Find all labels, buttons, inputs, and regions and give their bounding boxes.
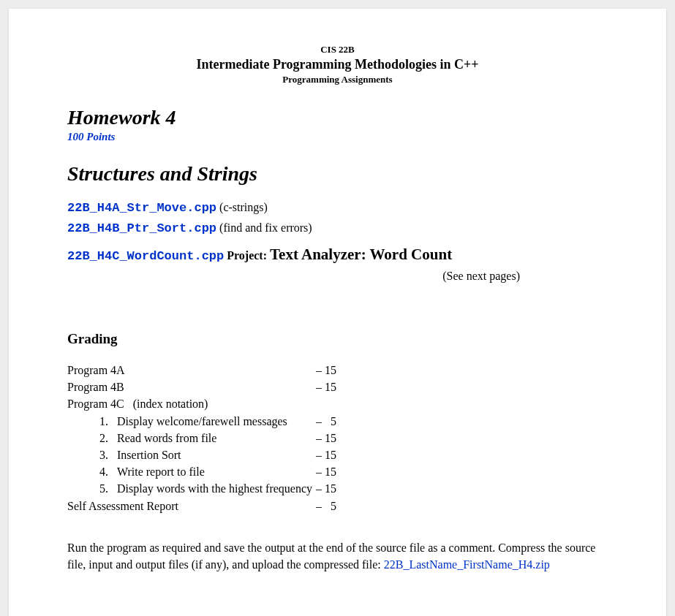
course-title: Intermediate Programming Methodologies i… <box>67 57 608 72</box>
grade-label: Program 4A <box>67 362 316 379</box>
homework-title: Homework 4 <box>67 106 608 129</box>
item-score: – 5 <box>316 413 336 430</box>
item-text: Insertion Sort <box>117 446 316 463</box>
grade-label: Program 4B <box>67 379 316 395</box>
instructions: Run the program as required and save the… <box>67 539 608 573</box>
item-number: 2. <box>88 430 108 446</box>
file-list: 22B_H4A_Str_Move.cpp (c-strings) 22B_H4B… <box>67 199 608 284</box>
file-note: (find and fix errors) <box>216 221 312 234</box>
item-text: Write report to file <box>117 463 316 480</box>
item-number: 5. <box>88 480 108 497</box>
grade-row: Self Assessment Report – 5 <box>67 498 608 514</box>
item-number: 4. <box>88 463 108 480</box>
document-header: CIS 22B Intermediate Programming Methodo… <box>67 44 608 85</box>
project-label: Project: <box>224 249 270 262</box>
file-code: 22B_H4B_Ptr_Sort.cpp <box>67 221 216 235</box>
see-next: (See next pages) <box>67 267 608 284</box>
project-line: 22B_H4C_WordCount.cpp Project: Text Anal… <box>67 243 608 266</box>
file-note: (c-strings) <box>216 201 268 213</box>
program-4c-label: Program 4C <box>67 398 124 410</box>
file-row: 22B_H4B_Ptr_Sort.cpp (find and fix error… <box>67 219 608 238</box>
grading-subitems: 1. Display welcome/farewell messages – 5… <box>67 413 608 498</box>
grade-score: – 15 <box>316 379 336 395</box>
grading-subitem: 3. Insertion Sort – 15 <box>88 446 608 463</box>
grading-heading: Grading <box>67 331 608 347</box>
document-page: CIS 22B Intermediate Programming Methodo… <box>9 9 666 616</box>
item-text: Read words from file <box>117 430 316 446</box>
course-subtitle: Programming Assignments <box>67 74 608 85</box>
file-row: 22B_H4A_Str_Move.cpp (c-strings) <box>67 199 608 218</box>
item-score: – 15 <box>316 480 336 497</box>
topic-title: Structures and Strings <box>67 162 608 186</box>
grade-row: Program 4C (index notation) <box>67 395 608 412</box>
grading-subitem: 5. Display words with the highest freque… <box>88 480 608 497</box>
file-code: 22B_H4A_Str_Move.cpp <box>67 201 216 215</box>
project-code: 22B_H4C_WordCount.cpp <box>67 249 224 263</box>
item-score: – 15 <box>316 430 336 446</box>
grading-subitem: 4. Write report to file – 15 <box>88 463 608 480</box>
grade-row: Program 4B – 15 <box>67 379 608 395</box>
grading-subitem: 1. Display welcome/farewell messages – 5 <box>88 413 608 430</box>
project-name: Text Analyzer: Word Count <box>270 246 452 263</box>
program-4c-note: (index notation) <box>133 398 208 410</box>
grade-label: Self Assessment Report <box>67 498 316 514</box>
grading-table: Program 4A – 15 Program 4B – 15 Program … <box>67 362 608 514</box>
item-score: – 15 <box>316 463 336 480</box>
grading-subitem: 2. Read words from file – 15 <box>88 430 608 446</box>
grade-label: Program 4C (index notation) <box>67 395 316 412</box>
grade-row: Program 4A – 15 <box>67 362 608 379</box>
item-number: 3. <box>88 446 108 463</box>
course-code: CIS 22B <box>67 44 608 56</box>
zip-filename: 22B_LastName_FirstName_H4.zip <box>384 558 550 571</box>
item-text: Display words with the highest frequency <box>117 480 316 497</box>
grade-score: – 15 <box>316 362 336 379</box>
item-score: – 15 <box>316 446 336 463</box>
item-number: 1. <box>88 413 108 430</box>
homework-points: 100 Points <box>67 131 608 143</box>
grade-score: – 5 <box>316 498 336 514</box>
item-text: Display welcome/farewell messages <box>117 413 316 430</box>
